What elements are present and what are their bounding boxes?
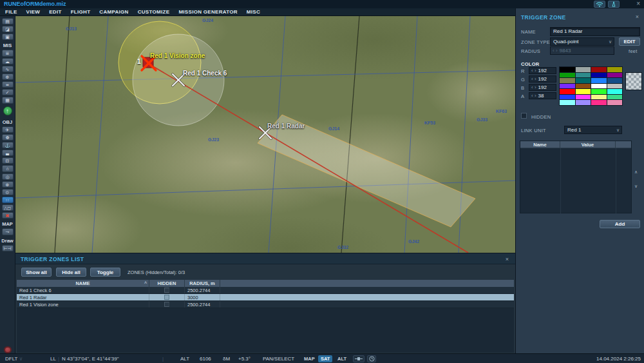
palette-swatch[interactable] [607, 84, 623, 89]
clock-icon[interactable] [367, 355, 376, 362]
wifi-icon[interactable] [594, 1, 605, 8]
vehicle-icon[interactable]: ▄ [2, 150, 14, 156]
map-canvas[interactable]: Red 1 Vision zoneRed 1 Check 6Red 1 Rada… [15, 16, 515, 253]
new-mission-icon[interactable]: ▤ [2, 18, 14, 25]
palette-swatch[interactable] [591, 78, 607, 83]
spinner-arrows-icon[interactable]: ‹ › [531, 84, 536, 90]
col-header-name[interactable]: NAME^ [17, 280, 149, 287]
add-button[interactable]: Add [600, 220, 640, 228]
bullseye-2-icon[interactable]: ◎ [2, 173, 14, 180]
close-icon[interactable]: × [636, 14, 639, 20]
menu-file[interactable]: FILE [5, 9, 17, 15]
palette-swatch[interactable] [607, 67, 623, 72]
scroll-down-icon[interactable]: ∨ [634, 184, 638, 189]
menu-mission-generator[interactable]: MISSION GENERATOR [178, 9, 237, 15]
draw-shapes-icon[interactable]: △◻ [2, 204, 14, 211]
train-icon[interactable]: ⊟ [2, 157, 14, 164]
weather-icon[interactable]: ☁ [2, 58, 14, 64]
terrain-profile-icon[interactable]: ∿ [2, 66, 14, 72]
save-mission-icon[interactable]: ▣ [2, 34, 14, 40]
palette-swatch[interactable] [560, 73, 575, 78]
briefing-icon[interactable]: ≣ [2, 50, 14, 56]
spinner-arrows-icon[interactable]: ‹ › [531, 68, 536, 74]
close-icon[interactable]: × [636, 0, 640, 8]
airplane-icon[interactable]: ✈ [2, 126, 14, 133]
layer-toggle-map[interactable]: MAP [301, 355, 317, 362]
link-unit-dropdown[interactable]: Red 1∨ [564, 126, 622, 134]
palette-swatch[interactable] [576, 67, 591, 72]
palette-swatch[interactable] [607, 95, 623, 100]
show-all-button[interactable]: Show all [21, 268, 52, 277]
menu-edit[interactable]: EDIT [49, 9, 61, 15]
palette-swatch[interactable] [576, 89, 591, 94]
table-row[interactable]: Red 1 Check 62500.2744 [17, 287, 514, 294]
layer-toggle-alt[interactable]: ALT [335, 355, 349, 362]
beacon-icon[interactable] [608, 1, 620, 8]
map-key-icon[interactable]: ⊸ [2, 228, 14, 235]
palette-swatch[interactable] [591, 89, 607, 94]
bullseye-icon[interactable]: ⊕ [2, 74, 14, 80]
menu-flight[interactable]: FLIGHT [71, 9, 91, 15]
channel-spinner-g[interactable]: ‹ ›192 [529, 75, 556, 83]
channel-spinner-r[interactable]: ‹ ›192 [529, 67, 556, 74]
open-mission-icon[interactable]: ◪ [2, 26, 14, 32]
channel-spinner-b[interactable]: ‹ ›192 [529, 84, 556, 91]
fly-mission-button[interactable]: ↑ [3, 106, 12, 115]
measure-icon[interactable] [353, 355, 365, 362]
edit-button[interactable]: EDIT [619, 37, 640, 46]
template-icon[interactable]: ⊛ [2, 181, 14, 188]
mission-goals-icon[interactable]: ▦ [2, 97, 14, 103]
palette-swatch[interactable] [560, 84, 575, 89]
zone-name-input[interactable]: Red 1 Radar [550, 27, 640, 36]
hidden-checkbox[interactable] [164, 302, 169, 307]
menu-view[interactable]: VIEW [26, 9, 41, 15]
palette-swatch[interactable] [560, 100, 575, 105]
palette-swatch[interactable] [607, 89, 623, 94]
layer-toggle-sat[interactable]: SAT [318, 355, 332, 362]
zone-quad-radar[interactable] [258, 115, 475, 227]
delete-icon[interactable]: ✖ [2, 212, 14, 219]
menu-customize[interactable]: CUSTOMIZE [138, 9, 170, 15]
palette-swatch[interactable] [591, 73, 607, 78]
scroll-up-icon[interactable]: ∧ [634, 170, 638, 175]
palette-swatch[interactable] [560, 78, 575, 83]
hidden-checkbox[interactable] [521, 113, 527, 119]
close-icon[interactable]: × [506, 256, 509, 262]
palette-swatch[interactable] [607, 73, 623, 78]
palette-swatch[interactable] [607, 78, 623, 83]
palette-swatch[interactable] [576, 84, 591, 89]
col-header-radius[interactable]: RADIUS, m [185, 280, 220, 287]
col-header-name[interactable]: Name [520, 141, 560, 148]
palette-swatch[interactable] [560, 67, 575, 72]
mission-check-icon[interactable]: ✓ [2, 89, 14, 95]
palette-swatch[interactable] [607, 100, 623, 105]
zone-type-dropdown[interactable]: Quad-point∨ [550, 37, 614, 46]
helicopter-icon[interactable]: ☸ [2, 134, 14, 141]
hidden-checkbox[interactable] [164, 288, 169, 293]
menu-misc[interactable]: MISC [247, 9, 260, 15]
spinner-arrows-icon[interactable]: ‹ › [531, 76, 536, 82]
palette-swatch[interactable] [576, 95, 591, 100]
payload-icon[interactable]: ≖ [2, 81, 14, 88]
spinner-arrows-icon[interactable]: ‹ › [531, 93, 536, 99]
ship-icon[interactable]: ⚓ [2, 142, 14, 148]
palette-swatch[interactable] [576, 73, 591, 78]
palette-swatch[interactable] [591, 100, 607, 105]
menu-campaign[interactable]: CAMPAIGN [99, 9, 128, 15]
coord-mode[interactable]: LL [50, 356, 56, 362]
palette-swatch[interactable] [560, 95, 575, 100]
hide-all-button[interactable]: Hide all [56, 268, 86, 277]
table-row[interactable]: Red 1 Vision zone2500.2744 [17, 301, 514, 308]
zone-ellipse-icon[interactable]: ⊙ [2, 189, 14, 195]
palette-swatch[interactable] [576, 78, 591, 83]
palette-swatch[interactable] [591, 95, 607, 100]
palette-swatch[interactable] [560, 89, 575, 94]
ruler-icon[interactable]: ⊢⊣ [2, 245, 14, 251]
coord-preset-dropdown[interactable]: DFLT ∨ [5, 356, 23, 362]
hidden-checkbox[interactable] [164, 295, 169, 300]
channel-spinner-a[interactable]: ‹ ›38 [529, 92, 556, 99]
toggle-button[interactable]: Toggle [90, 268, 120, 277]
trigger-zone-icon[interactable]: ∷ [2, 197, 14, 203]
col-header-value[interactable]: Value [560, 141, 616, 148]
palette-swatch[interactable] [591, 67, 607, 72]
